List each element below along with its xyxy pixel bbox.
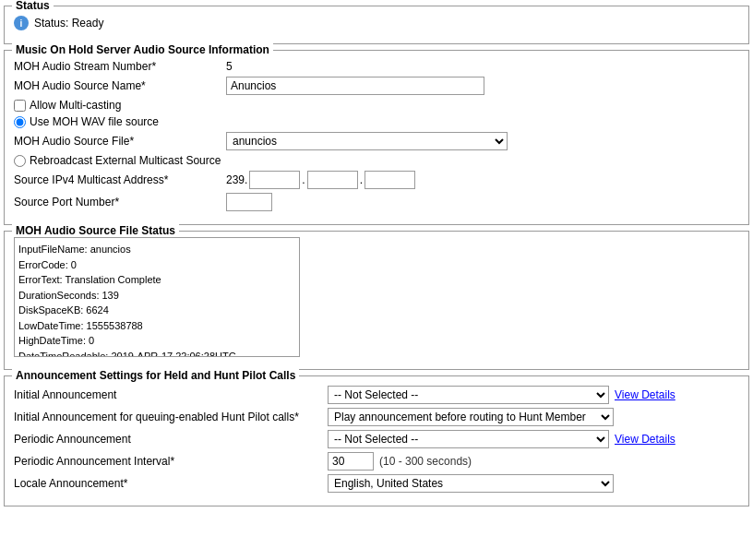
locale-row: Locale Announcement* English, United Sta… [14,474,739,493]
ipv4-octet3-input[interactable] [307,171,358,189]
source-name-input[interactable] [226,77,484,95]
info-icon: i [14,16,29,30]
ipv4-octet2-input[interactable] [249,171,300,189]
announcement-settings-title: Announcement Settings for Held and Hunt … [12,369,299,382]
periodic-interval-input[interactable] [328,452,374,471]
periodic-row: Periodic Announcement -- Not Selected --… [14,430,739,448]
initial-queuing-select[interactable]: Play announcement before routing to Hunt… [328,408,614,426]
audio-source-file-select[interactable]: anuncios [226,132,508,150]
ipv4-dot2: . [360,173,363,186]
locale-select[interactable]: English, United States [328,474,614,493]
view-details-link-2[interactable]: View Details [615,433,675,446]
initial-queuing-row: Initial Announcement for queuing-enabled… [14,408,739,426]
rebroadcast-row: Rebroadcast External Multicast Source [14,154,739,167]
allow-multicasting-checkbox[interactable] [14,100,26,112]
announcement-settings-section: Announcement Settings for Held and Hunt … [4,375,749,506]
source-port-row: Source Port Number* [14,193,739,211]
periodic-interval-hint: (10 - 300 seconds) [379,455,472,468]
allow-multicasting-label: Allow Multi-casting [30,99,121,112]
stream-number-label: MOH Audio Stream Number* [14,60,226,73]
view-details-link-1[interactable]: View Details [615,388,675,401]
file-status-title: MOH Audio Source File Status [12,224,179,237]
file-status-box[interactable]: InputFileName: anunciosErrorCode: 0Error… [14,237,300,357]
stream-number-value: 5 [226,60,233,73]
moh-server-section: Music On Hold Server Audio Source Inform… [4,50,749,225]
stream-number-row: MOH Audio Stream Number* 5 [14,60,739,73]
periodic-label: Periodic Announcement [14,433,328,446]
initial-announcement-select[interactable]: -- Not Selected -- [328,386,609,404]
periodic-interval-label: Periodic Announcement Interval* [14,455,328,468]
status-section-title: Status [12,0,54,12]
use-moh-wav-label: Use MOH WAV file source [30,115,159,128]
locale-label: Locale Announcement* [14,477,328,490]
use-moh-wav-radio[interactable] [14,116,26,128]
status-section: Status i Status: Ready [4,6,749,44]
source-name-label: MOH Audio Source Name* [14,79,226,92]
status-bar: i Status: Ready [14,12,739,34]
status-text: Status: Ready [34,17,103,30]
periodic-interval-row: Periodic Announcement Interval* (10 - 30… [14,452,739,471]
source-port-input[interactable] [226,193,272,211]
source-name-row: MOH Audio Source Name* [14,77,739,95]
moh-server-title: Music On Hold Server Audio Source Inform… [12,43,273,56]
rebroadcast-radio[interactable] [14,155,26,167]
initial-announcement-row: Initial Announcement -- Not Selected -- … [14,386,739,404]
initial-announcement-label: Initial Announcement [14,388,328,401]
ipv4-inputs: 239. . . [226,171,415,189]
audio-source-file-row: MOH Audio Source File* anuncios [14,132,739,150]
initial-queuing-label: Initial Announcement for queuing-enabled… [14,411,328,423]
periodic-select[interactable]: -- Not Selected -- [328,430,609,448]
ipv4-prefix: 239. [226,173,247,186]
ipv4-dot1: . [302,173,305,186]
file-status-section: MOH Audio Source File Status InputFileNa… [4,231,749,370]
rebroadcast-label: Rebroadcast External Multicast Source [30,154,221,167]
source-ipv4-row: Source IPv4 Multicast Address* 239. . . [14,171,739,189]
source-port-label: Source Port Number* [14,196,226,209]
source-ipv4-label: Source IPv4 Multicast Address* [14,173,226,186]
audio-source-file-label: MOH Audio Source File* [14,135,226,148]
ipv4-octet4-input[interactable] [365,171,415,189]
use-moh-wav-row: Use MOH WAV file source [14,115,739,128]
allow-multicasting-row: Allow Multi-casting [14,99,739,112]
